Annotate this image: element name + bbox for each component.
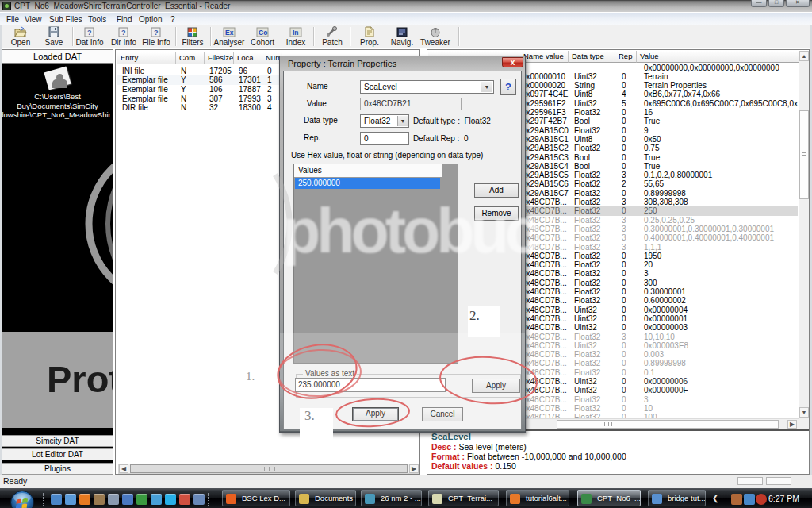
svg-text:?: ?: [121, 29, 126, 37]
svg-text:In: In: [293, 29, 299, 37]
svg-text:Ex: Ex: [225, 29, 234, 37]
svg-text:?: ?: [87, 29, 92, 37]
svg-text:?: ?: [154, 29, 159, 37]
svg-text:Co: Co: [259, 29, 267, 37]
